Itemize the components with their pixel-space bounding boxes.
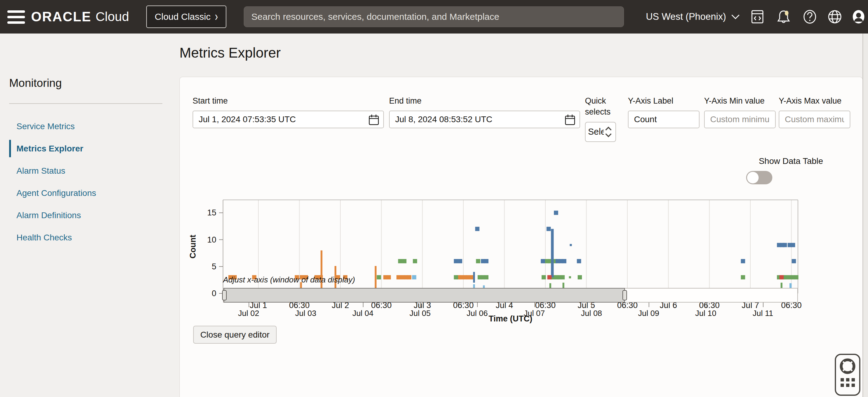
slider-tick: [591, 303, 592, 307]
brand-oracle: ORACLE: [31, 9, 91, 24]
globe-icon[interactable]: [827, 9, 843, 25]
sidebar-item-alarm-definitions[interactable]: Alarm Definitions: [17, 204, 163, 226]
chevron-right-icon: ›: [215, 9, 218, 24]
sidebar-item-label: Alarm Status: [17, 166, 65, 176]
active-indicator-bar: [9, 140, 11, 157]
slider-handle-left[interactable]: [222, 290, 227, 300]
slider-tick-label: Jul 09: [638, 309, 659, 318]
sidebar-item-service-metrics[interactable]: Service Metrics: [17, 115, 163, 138]
svg-text:0: 0: [212, 289, 216, 298]
end-time-field: End time: [389, 95, 580, 128]
support-lifering-icon[interactable]: [839, 358, 856, 374]
show-data-table-toggle[interactable]: [746, 171, 772, 184]
app-grid-icon[interactable]: [841, 378, 855, 387]
slider-tick-label: Jul 10: [695, 309, 716, 318]
sidebar-divider: [9, 103, 162, 104]
sidebar-item-alarm-status[interactable]: Alarm Status: [17, 160, 163, 182]
slider-tick-label: Jul 11: [752, 309, 773, 318]
sidebar-item-label: Agent Configurations: [17, 188, 96, 198]
floating-widget: [835, 354, 860, 396]
x-axis-slider-track[interactable]: [223, 288, 798, 303]
quick-selects-field: Quick selects Select: [585, 95, 622, 142]
help-icon[interactable]: [802, 9, 818, 25]
global-search[interactable]: [244, 6, 624, 27]
sidebar-item-health-checks[interactable]: Health Checks: [17, 226, 163, 249]
quick-selects-value: Select: [588, 127, 604, 137]
svg-text:Count: Count: [188, 235, 197, 259]
region-label: US West (Phoenix): [646, 11, 726, 22]
y-axis-min-input[interactable]: [704, 111, 776, 128]
quick-selects-label: Quick selects: [585, 95, 618, 118]
y-axis-label-label: Y-Axis Label: [628, 95, 700, 106]
start-time-field: Start time: [192, 95, 384, 128]
y-axis-min-field: Y-Axis Min value: [704, 95, 776, 128]
slider-tick: [534, 303, 535, 307]
notifications-bell-icon[interactable]: [776, 9, 792, 25]
slider-tick-label: Jul 03: [295, 309, 316, 318]
spinner-arrows-icon: [604, 126, 612, 138]
svg-text:15: 15: [207, 208, 216, 217]
slider-tick: [306, 303, 307, 307]
sidebar-item-metrics-explorer[interactable]: Metrics Explorer: [17, 138, 163, 160]
y-axis-label-field: Y-Axis Label: [628, 95, 700, 128]
slider-tick: [649, 303, 649, 307]
search-input[interactable]: [251, 11, 616, 22]
sidebar: Monitoring Service MetricsMetrics Explor…: [0, 33, 172, 397]
brand-logo[interactable]: ORACLE Cloud: [31, 0, 129, 33]
close-query-editor-button[interactable]: Close query editor: [193, 326, 277, 344]
slider-tick: [763, 303, 764, 307]
start-time-label: Start time: [192, 95, 384, 106]
y-axis-max-label: Y-Axis Max value: [779, 95, 850, 106]
svg-text:5: 5: [212, 262, 216, 271]
end-time-input[interactable]: [389, 111, 580, 128]
calendar-icon[interactable]: [565, 114, 575, 125]
scrollbar-gutter[interactable]: [863, 33, 868, 397]
region-selector[interactable]: US West (Phoenix): [646, 0, 740, 33]
toggle-knob: [747, 172, 758, 183]
notification-badge: [785, 11, 788, 16]
slider-tick: [249, 303, 249, 307]
svg-text:10: 10: [207, 235, 216, 244]
page-title: Metrics Explorer: [180, 44, 281, 61]
slider-tick-label: Jul 08: [581, 309, 602, 318]
y-axis-label-input[interactable]: [628, 111, 700, 128]
sidebar-item-agent-configurations[interactable]: Agent Configurations: [17, 182, 163, 204]
console-icon[interactable]: [749, 9, 765, 25]
cloud-classic-label: Cloud Classic: [155, 11, 211, 22]
brand-cloud: Cloud: [96, 9, 129, 24]
slider-tick: [477, 303, 478, 307]
sidebar-nav: Service MetricsMetrics ExplorerAlarm Sta…: [17, 115, 163, 249]
show-data-table-label: Show Data Table: [741, 156, 841, 166]
calendar-icon[interactable]: [369, 114, 379, 125]
quick-selects-dropdown[interactable]: Select: [585, 122, 616, 142]
app-root: ORACLE Cloud Cloud Classic › US West (Ph…: [0, 0, 868, 397]
avatar-icon[interactable]: [850, 9, 866, 25]
sidebar-item-label: Service Metrics: [17, 122, 75, 131]
slider-handle-right[interactable]: [622, 290, 627, 300]
x-axis-slider-window[interactable]: [224, 288, 625, 303]
slider-tick-label: Jul 07: [524, 309, 545, 318]
sidebar-item-label: Alarm Definitions: [17, 211, 81, 220]
query-editor-card: Start time End time: [180, 77, 863, 397]
slider-tick-label: Jul 04: [352, 309, 373, 318]
slider-tick-label: Jul 06: [467, 309, 488, 318]
sidebar-item-label: Metrics Explorer: [17, 144, 83, 154]
slider-tick: [363, 303, 364, 307]
hamburger-menu-icon[interactable]: [7, 10, 25, 24]
slider-tick: [420, 303, 421, 307]
chevron-down-icon: [731, 14, 740, 20]
start-time-input[interactable]: [192, 111, 384, 128]
y-axis-max-field: Y-Axis Max value: [779, 95, 850, 128]
slider-ticks: Jul 02Jul 03Jul 04Jul 05Jul 06Jul 07Jul …: [223, 303, 798, 322]
y-axis-max-input[interactable]: [779, 111, 850, 128]
y-axis-min-label: Y-Axis Min value: [704, 95, 776, 106]
slider-label: Adjust x-axis (window of data display): [223, 275, 355, 284]
topbar: ORACLE Cloud Cloud Classic › US West (Ph…: [0, 0, 868, 33]
slider-tick-label: Jul 02: [238, 309, 259, 318]
sidebar-item-label: Health Checks: [17, 233, 72, 243]
end-time-label: End time: [389, 95, 580, 106]
show-data-table: Show Data Table: [741, 156, 841, 184]
slider-tick: [706, 303, 707, 307]
slider-tick-label: Jul 05: [409, 309, 431, 318]
cloud-classic-button[interactable]: Cloud Classic ›: [146, 5, 226, 28]
